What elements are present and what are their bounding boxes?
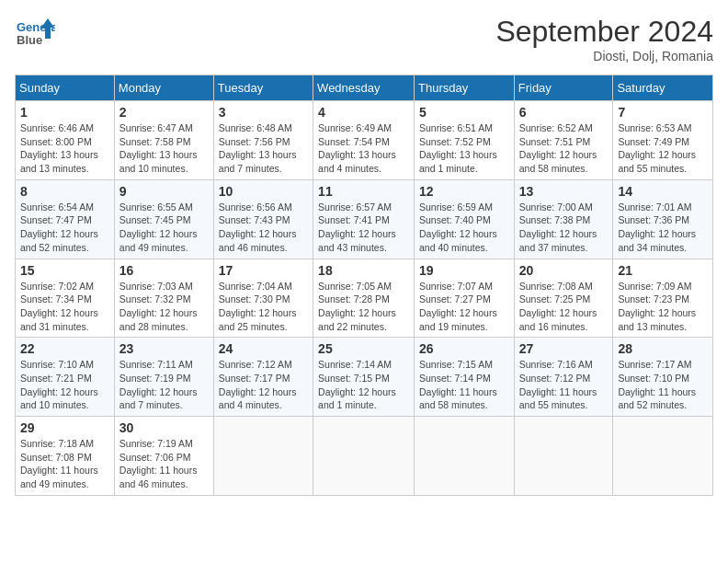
day-info: Sunrise: 6:54 AMSunset: 7:47 PMDaylight:… — [20, 201, 109, 255]
day-info: Sunrise: 7:02 AMSunset: 7:34 PMDaylight:… — [20, 280, 109, 334]
calendar-cell: 13Sunrise: 7:00 AMSunset: 7:38 PMDayligh… — [514, 179, 613, 259]
calendar-cell — [415, 417, 515, 496]
day-info: Sunrise: 7:07 AMSunset: 7:27 PMDaylight:… — [419, 280, 509, 334]
day-number: 18 — [318, 263, 409, 278]
day-number: 20 — [519, 263, 609, 278]
day-info: Sunrise: 7:00 AMSunset: 7:38 PMDaylight:… — [519, 201, 609, 255]
day-number: 9 — [119, 184, 209, 199]
day-info: Sunrise: 6:56 AMSunset: 7:43 PMDaylight:… — [219, 201, 308, 255]
weekday-header-friday: Friday — [514, 75, 613, 101]
calendar-cell: 11Sunrise: 6:57 AMSunset: 7:41 PMDayligh… — [313, 179, 415, 259]
calendar-cell: 24Sunrise: 7:12 AMSunset: 7:17 PMDayligh… — [213, 338, 313, 417]
page-header: General Blue September 2024 Diosti, Dolj… — [15, 15, 713, 63]
calendar-cell: 26Sunrise: 7:15 AMSunset: 7:14 PMDayligh… — [415, 338, 515, 417]
day-info: Sunrise: 6:48 AMSunset: 7:56 PMDaylight:… — [219, 121, 308, 176]
day-number: 15 — [20, 263, 109, 278]
title-block: September 2024 Diosti, Dolj, Romania — [495, 15, 713, 63]
calendar-cell: 2Sunrise: 6:47 AMSunset: 7:58 PMDaylight… — [114, 101, 213, 180]
day-info: Sunrise: 6:47 AMSunset: 7:58 PMDaylight:… — [119, 121, 209, 176]
day-number: 25 — [318, 341, 409, 356]
day-info: Sunrise: 7:16 AMSunset: 7:12 PMDaylight:… — [519, 358, 609, 412]
day-number: 16 — [119, 263, 209, 278]
calendar-cell: 7Sunrise: 6:53 AMSunset: 7:49 PMDaylight… — [613, 101, 713, 180]
calendar-cell: 19Sunrise: 7:07 AMSunset: 7:27 PMDayligh… — [415, 259, 515, 338]
calendar-cell: 18Sunrise: 7:05 AMSunset: 7:28 PMDayligh… — [313, 259, 415, 338]
day-number: 12 — [419, 184, 509, 199]
day-number: 26 — [419, 341, 509, 356]
calendar-cell: 6Sunrise: 6:52 AMSunset: 7:51 PMDaylight… — [514, 101, 613, 180]
day-number: 13 — [519, 184, 609, 199]
day-number: 19 — [419, 263, 509, 278]
day-number: 17 — [219, 263, 308, 278]
calendar-cell: 12Sunrise: 6:59 AMSunset: 7:40 PMDayligh… — [415, 179, 515, 259]
calendar-cell — [313, 417, 415, 496]
calendar-cell: 1Sunrise: 6:46 AMSunset: 8:00 PMDaylight… — [16, 101, 115, 180]
logo: General Blue — [15, 15, 55, 55]
calendar-cell — [514, 417, 613, 496]
weekday-header-saturday: Saturday — [613, 75, 713, 101]
day-number: 22 — [20, 341, 109, 356]
day-info: Sunrise: 7:05 AMSunset: 7:28 PMDaylight:… — [318, 280, 409, 334]
day-info: Sunrise: 6:51 AMSunset: 7:52 PMDaylight:… — [419, 121, 509, 176]
day-info: Sunrise: 6:59 AMSunset: 7:40 PMDaylight:… — [419, 201, 509, 255]
calendar-cell: 21Sunrise: 7:09 AMSunset: 7:23 PMDayligh… — [613, 259, 713, 338]
day-number: 7 — [618, 105, 708, 120]
day-number: 10 — [219, 184, 308, 199]
day-number: 6 — [519, 105, 609, 120]
weekday-header-wednesday: Wednesday — [313, 75, 415, 101]
calendar-cell: 15Sunrise: 7:02 AMSunset: 7:34 PMDayligh… — [16, 259, 115, 338]
calendar-cell — [213, 417, 313, 496]
day-number: 28 — [618, 341, 708, 356]
calendar-cell — [613, 417, 713, 496]
month-title: September 2024 — [495, 15, 713, 49]
calendar-cell: 16Sunrise: 7:03 AMSunset: 7:32 PMDayligh… — [114, 259, 213, 338]
calendar-cell: 22Sunrise: 7:10 AMSunset: 7:21 PMDayligh… — [16, 338, 115, 417]
calendar-cell: 23Sunrise: 7:11 AMSunset: 7:19 PMDayligh… — [114, 338, 213, 417]
day-number: 5 — [419, 105, 509, 120]
day-info: Sunrise: 7:14 AMSunset: 7:15 PMDaylight:… — [318, 358, 409, 412]
day-number: 29 — [20, 420, 109, 435]
day-info: Sunrise: 6:46 AMSunset: 8:00 PMDaylight:… — [20, 121, 109, 176]
day-number: 1 — [20, 105, 109, 120]
day-number: 24 — [219, 341, 308, 356]
calendar-cell: 17Sunrise: 7:04 AMSunset: 7:30 PMDayligh… — [213, 259, 313, 338]
calendar-cell: 27Sunrise: 7:16 AMSunset: 7:12 PMDayligh… — [514, 338, 613, 417]
calendar-cell: 20Sunrise: 7:08 AMSunset: 7:25 PMDayligh… — [514, 259, 613, 338]
day-number: 2 — [119, 105, 209, 120]
day-info: Sunrise: 7:08 AMSunset: 7:25 PMDaylight:… — [519, 280, 609, 334]
calendar-cell: 10Sunrise: 6:56 AMSunset: 7:43 PMDayligh… — [213, 179, 313, 259]
day-number: 30 — [119, 420, 209, 435]
day-number: 21 — [618, 263, 708, 278]
weekday-header-monday: Monday — [114, 75, 213, 101]
day-number: 14 — [618, 184, 708, 199]
weekday-header-tuesday: Tuesday — [213, 75, 313, 101]
day-info: Sunrise: 7:04 AMSunset: 7:30 PMDaylight:… — [219, 280, 308, 334]
calendar-table: SundayMondayTuesdayWednesdayThursdayFrid… — [15, 75, 713, 496]
day-info: Sunrise: 7:18 AMSunset: 7:08 PMDaylight:… — [20, 437, 109, 491]
day-number: 4 — [318, 105, 409, 120]
location-subtitle: Diosti, Dolj, Romania — [495, 49, 713, 63]
day-info: Sunrise: 7:17 AMSunset: 7:10 PMDaylight:… — [618, 358, 708, 412]
day-info: Sunrise: 7:15 AMSunset: 7:14 PMDaylight:… — [419, 358, 509, 412]
day-info: Sunrise: 7:12 AMSunset: 7:17 PMDaylight:… — [219, 358, 308, 412]
day-info: Sunrise: 6:55 AMSunset: 7:45 PMDaylight:… — [119, 201, 209, 255]
day-info: Sunrise: 6:49 AMSunset: 7:54 PMDaylight:… — [318, 121, 409, 176]
day-info: Sunrise: 7:09 AMSunset: 7:23 PMDaylight:… — [618, 280, 708, 334]
day-info: Sunrise: 7:19 AMSunset: 7:06 PMDaylight:… — [119, 437, 209, 491]
day-number: 3 — [219, 105, 308, 120]
calendar-cell: 14Sunrise: 7:01 AMSunset: 7:36 PMDayligh… — [613, 179, 713, 259]
svg-text:Blue: Blue — [17, 33, 42, 47]
day-info: Sunrise: 7:01 AMSunset: 7:36 PMDaylight:… — [618, 201, 708, 255]
day-info: Sunrise: 6:57 AMSunset: 7:41 PMDaylight:… — [318, 201, 409, 255]
day-info: Sunrise: 6:52 AMSunset: 7:51 PMDaylight:… — [519, 121, 609, 176]
logo-svg: General Blue — [15, 15, 55, 55]
calendar-cell: 4Sunrise: 6:49 AMSunset: 7:54 PMDaylight… — [313, 101, 415, 180]
day-number: 11 — [318, 184, 409, 199]
calendar-cell: 5Sunrise: 6:51 AMSunset: 7:52 PMDaylight… — [415, 101, 515, 180]
day-info: Sunrise: 6:53 AMSunset: 7:49 PMDaylight:… — [618, 121, 708, 176]
calendar-cell: 25Sunrise: 7:14 AMSunset: 7:15 PMDayligh… — [313, 338, 415, 417]
day-info: Sunrise: 7:03 AMSunset: 7:32 PMDaylight:… — [119, 280, 209, 334]
weekday-header-sunday: Sunday — [16, 75, 115, 101]
calendar-cell: 9Sunrise: 6:55 AMSunset: 7:45 PMDaylight… — [114, 179, 213, 259]
calendar-cell: 29Sunrise: 7:18 AMSunset: 7:08 PMDayligh… — [16, 417, 115, 496]
